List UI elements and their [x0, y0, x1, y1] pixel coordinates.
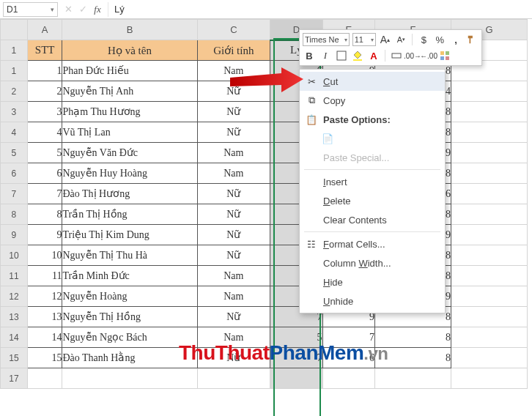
italic-button[interactable]: I [319, 49, 332, 62]
cell-B11[interactable]: Trần Minh Đức [62, 266, 197, 286]
cell-A6[interactable]: 6 [27, 163, 62, 184]
name-box-dropdown-icon[interactable]: ▾ [51, 6, 54, 13]
cell-A5[interactable]: 5 [27, 143, 62, 163]
cell-G15[interactable] [451, 348, 527, 368]
cell-C1[interactable]: Giới tính [197, 40, 270, 61]
cell-A8[interactable]: 8 [27, 204, 62, 225]
cell-C4[interactable]: Nữ [197, 122, 270, 143]
ctx-hide[interactable]: Hide [300, 272, 445, 291]
cell-C7[interactable]: Nữ [197, 184, 270, 204]
row-header-14[interactable]: 14 [1, 327, 28, 348]
cell-C8[interactable]: Nữ [197, 204, 270, 225]
cell-G9[interactable] [451, 225, 527, 245]
cell-B14[interactable]: Nguyễn Ngọc Bách [62, 327, 197, 348]
cell-A2[interactable]: 2 [27, 81, 62, 102]
cell-G11[interactable] [451, 266, 527, 286]
formula-bar[interactable]: Lý [108, 2, 532, 17]
col-header-B[interactable]: B [62, 20, 197, 40]
cell-B17[interactable] [62, 368, 197, 389]
row-header-1[interactable]: 1 [1, 61, 28, 81]
merge-center-button[interactable] [390, 49, 403, 62]
fill-color-button[interactable] [351, 49, 364, 62]
ctx-clear-contents[interactable]: Clear Contents [300, 210, 445, 229]
cell-E17[interactable] [322, 368, 374, 389]
cell-B8[interactable]: Trần Thị Hồng [62, 204, 197, 225]
cell-B15[interactable]: Đào Thanh Hằng [62, 348, 197, 368]
row-header-12[interactable]: 12 [1, 286, 28, 307]
ctx-unhide[interactable]: Unhide [300, 291, 445, 311]
worksheet-area[interactable]: A B C D E F G 1 STT Họ và tên Giới tính … [0, 19, 532, 389]
ctx-cut[interactable]: ✂ Cut [300, 72, 445, 91]
row-header-13[interactable]: 13 [1, 307, 28, 327]
cell-G12[interactable] [451, 286, 527, 307]
accounting-format-button[interactable]: $ [417, 33, 430, 46]
cell-C1[interactable]: Nam [197, 61, 270, 81]
row-header-17[interactable]: 17 [1, 368, 28, 389]
cell-B10[interactable]: Nguyễn Thị Thu Hà [62, 245, 197, 266]
cell-D17[interactable] [270, 368, 322, 389]
cell-C17[interactable] [197, 368, 270, 389]
col-header-C[interactable]: C [197, 20, 270, 40]
cell-A1[interactable]: STT [27, 40, 62, 61]
row-header-4[interactable]: 4 [1, 122, 28, 143]
cell-B9[interactable]: Triệu Thị Kim Dung [62, 225, 197, 245]
row-header-7[interactable]: 7 [1, 184, 28, 204]
row-header-3[interactable]: 3 [1, 102, 28, 122]
grow-font-button[interactable]: A▴ [379, 33, 392, 46]
cell-F17[interactable] [375, 368, 451, 389]
cell-C12[interactable]: Nam [197, 286, 270, 307]
cell-A4[interactable]: 4 [27, 122, 62, 143]
cell-A1[interactable]: 1 [27, 61, 62, 81]
ctx-format-cells[interactable]: ☷ Format Cells... [300, 234, 445, 253]
cell-A3[interactable]: 3 [27, 102, 62, 122]
bold-button[interactable]: B [303, 49, 316, 62]
cell-A7[interactable]: 7 [27, 184, 62, 204]
cell-G14[interactable] [451, 327, 527, 348]
cell-C6[interactable]: Nam [197, 163, 270, 184]
cell-styles-button[interactable] [438, 49, 451, 62]
cell-A15[interactable]: 15 [27, 348, 62, 368]
cell-A14[interactable]: 14 [27, 327, 62, 348]
cell-G17[interactable] [451, 368, 527, 389]
cell-G4[interactable] [451, 122, 527, 143]
cell-C15[interactable]: Nữ [197, 348, 270, 368]
decrease-decimal-button[interactable]: ←.00 [422, 49, 435, 62]
cell-C11[interactable]: Nam [197, 266, 270, 286]
cell-G3[interactable] [451, 102, 527, 122]
percent-format-button[interactable]: % [433, 33, 446, 46]
cell-G10[interactable] [451, 245, 527, 266]
ctx-insert[interactable]: Insert [300, 172, 445, 191]
cell-G2[interactable] [451, 81, 527, 102]
cell-B12[interactable]: Nguyễn Hoàng [62, 286, 197, 307]
select-all-corner[interactable] [1, 20, 28, 40]
cell-G13[interactable] [451, 307, 527, 327]
cell-A9[interactable]: 9 [27, 225, 62, 245]
ctx-copy[interactable]: ⧉ Copy [300, 91, 445, 110]
font-color-button[interactable]: A [367, 49, 380, 62]
cell-C3[interactable]: Nữ [197, 102, 270, 122]
cell-E15[interactable]: 6 [322, 348, 374, 368]
cell-B2[interactable]: Nguyễn Thị Anh [62, 81, 197, 102]
cell-A10[interactable]: 10 [27, 245, 62, 266]
cell-A13[interactable]: 13 [27, 307, 62, 327]
cell-C2[interactable]: Nữ [197, 81, 270, 102]
cell-A12[interactable]: 12 [27, 286, 62, 307]
spreadsheet-grid[interactable]: A B C D E F G 1 STT Họ và tên Giới tính … [0, 19, 528, 389]
row-header-5[interactable]: 5 [1, 143, 28, 163]
cell-E14[interactable]: 7 [322, 327, 374, 348]
row-header-10[interactable]: 10 [1, 245, 28, 266]
cell-B1[interactable]: Họ và tên [62, 40, 197, 61]
row-header-8[interactable]: 8 [1, 204, 28, 225]
cell-D14[interactable]: 5 [270, 327, 322, 348]
shrink-font-button[interactable]: A▾ [394, 33, 407, 46]
cell-G5[interactable] [451, 143, 527, 163]
cell-B6[interactable]: Nguyễn Huy Hoàng [62, 163, 197, 184]
cell-D15[interactable]: 7 [270, 348, 322, 368]
cell-B13[interactable]: Nguyễn Thị Hồng [62, 307, 197, 327]
borders-button[interactable] [335, 49, 348, 62]
cell-B4[interactable]: Vũ Thị Lan [62, 122, 197, 143]
row-header-9[interactable]: 9 [1, 225, 28, 245]
cell-G8[interactable] [451, 204, 527, 225]
increase-decimal-button[interactable]: .00→ [406, 49, 419, 62]
name-box[interactable]: D1 ▾ [3, 2, 58, 17]
